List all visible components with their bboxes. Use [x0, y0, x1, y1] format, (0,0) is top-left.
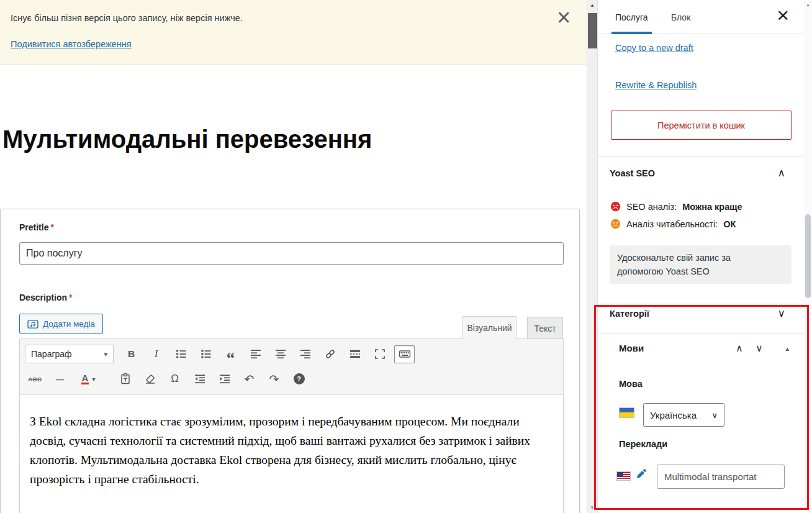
required-asterisk: *	[69, 293, 72, 302]
align-right-icon	[299, 348, 312, 360]
editor-content-area[interactable]: З Ekol складна логістика стає зрозумілим…	[20, 395, 563, 499]
seo-analysis-label: SEO аналіз:	[626, 202, 677, 212]
help-button[interactable]: ?	[289, 370, 309, 388]
numbered-list-icon	[200, 348, 212, 360]
page-title: Мультимодальні перевезення	[2, 125, 372, 153]
clear-formatting-button[interactable]	[140, 370, 160, 388]
us-flag-icon	[616, 471, 631, 481]
outdent-icon	[194, 373, 206, 385]
italic-button[interactable]: I	[146, 345, 166, 363]
redo-button[interactable]: ↷	[264, 370, 284, 388]
tab-block[interactable]: Блок	[667, 0, 694, 34]
sidebar-scrollbar-thumb[interactable]	[805, 214, 811, 298]
keyboard-icon	[399, 348, 411, 360]
media-icon	[27, 319, 38, 330]
text-color-button[interactable]: A▾	[74, 370, 102, 388]
fullscreen-button[interactable]	[369, 345, 390, 363]
pretitle-input[interactable]	[19, 242, 564, 265]
bullet-list-button[interactable]	[171, 345, 191, 363]
translation-input[interactable]	[657, 465, 785, 489]
main-scrollbar-thumb[interactable]	[588, 13, 597, 48]
wordpress-editor-screen: Існує більш пізня версія цього запису, н…	[0, 0, 812, 513]
seo-analysis-row: SEO аналіз: Можна краще	[610, 201, 742, 212]
help-icon: ?	[294, 373, 305, 384]
numbered-list-button[interactable]	[196, 345, 216, 363]
redo-icon: ↷	[269, 372, 279, 386]
paste-as-text-button[interactable]	[115, 370, 135, 388]
readability-row: Аналіз читабельності: ОК	[610, 219, 736, 229]
sad-face-icon	[610, 201, 621, 212]
chevron-up-icon[interactable]: ∧	[778, 166, 785, 179]
divider	[598, 334, 804, 334]
yoast-upsell-text: Удоскональте свій запис за допомогою Yoa…	[617, 251, 757, 278]
bold-button[interactable]: B	[121, 345, 142, 363]
languages-panel-heading[interactable]: Мови	[619, 343, 644, 353]
autosave-notice: Існує більш пізня версія цього запису, н…	[0, 0, 587, 65]
read-more-icon	[349, 348, 361, 360]
yoast-seo-heading[interactable]: Yoast SEO	[610, 168, 655, 178]
toolbar-row-2: ABC — A▾ Ω ↶ ↷ ?	[25, 367, 558, 391]
tab-service[interactable]: Послуга	[611, 0, 652, 34]
move-up-icon[interactable]: ∧	[736, 342, 743, 354]
readability-label: Аналіз читабельності:	[626, 219, 718, 229]
tab-text[interactable]: Текст	[527, 317, 563, 339]
language-label: Мова	[619, 379, 643, 389]
toolbar-row-1: Параграф ▾ B I “	[25, 342, 558, 366]
scroll-down-arrow-icon[interactable]: ▼	[587, 505, 597, 511]
sidebar-tabbar: Послуга Блок ×	[598, 0, 804, 34]
add-media-button[interactable]: Додати медіа	[19, 314, 103, 334]
blockquote-icon: “	[227, 345, 235, 363]
settings-sidebar: Послуга Блок × Copy to a new draft Rewri…	[597, 0, 804, 513]
text-color-icon: A	[81, 373, 89, 385]
sidebar-scrollbar[interactable]: ▲ ▼	[804, 0, 812, 513]
readability-value: ОК	[723, 219, 736, 229]
required-asterisk: *	[50, 222, 53, 232]
clipboard-icon	[119, 373, 132, 385]
link-icon	[324, 348, 336, 360]
edit-pencil-icon[interactable]	[635, 468, 647, 480]
omega-icon: Ω	[171, 373, 179, 385]
indent-button[interactable]	[214, 370, 235, 388]
neutral-face-icon	[610, 219, 621, 229]
paragraph-format-select[interactable]: Параграф ▾	[25, 345, 114, 363]
scroll-up-arrow-icon[interactable]: ▲	[587, 2, 597, 8]
view-autosave-link[interactable]: Подивитися автозбереження	[11, 39, 132, 49]
toolbar-toggle-button[interactable]	[394, 345, 415, 363]
description-label: Description*	[19, 293, 72, 302]
strikethrough-button[interactable]: ABC	[25, 370, 45, 388]
scroll-up-arrow-icon[interactable]: ▲	[804, 2, 812, 7]
collapse-triangle-icon[interactable]: ▴	[785, 345, 789, 353]
rewrite-republish-link[interactable]: Rewrite & Republish	[615, 80, 697, 90]
tab-visual[interactable]: Візуальний	[462, 316, 517, 339]
categories-heading[interactable]: Категорії	[610, 309, 649, 319]
special-character-button[interactable]: Ω	[165, 370, 185, 388]
blockquote-button[interactable]: “	[220, 345, 241, 363]
move-to-trash-button[interactable]: Перемістити в кошик	[611, 111, 792, 140]
chevron-down-icon: ▾	[92, 376, 95, 383]
translations-label: Переклади	[619, 439, 667, 449]
close-sidebar-icon[interactable]: ×	[777, 4, 789, 27]
align-right-button[interactable]	[295, 345, 315, 363]
undo-button[interactable]: ↶	[239, 370, 259, 388]
chevron-down-icon[interactable]: ∨	[778, 307, 785, 320]
editor-paragraph: З Ekol складна логістика стає зрозумілим…	[30, 412, 553, 489]
main-content: Існує більш пізня версія цього запису, н…	[0, 0, 587, 513]
align-center-button[interactable]	[270, 345, 291, 363]
link-button[interactable]	[320, 345, 340, 363]
eraser-icon	[144, 373, 156, 385]
horizontal-rule-button[interactable]: —	[50, 370, 70, 388]
close-icon[interactable]: ×	[557, 5, 571, 31]
copy-to-draft-link[interactable]: Copy to a new draft	[615, 43, 693, 53]
read-more-button[interactable]	[345, 345, 365, 363]
bold-icon: B	[128, 348, 135, 360]
align-left-button[interactable]	[245, 345, 266, 363]
edit-panel: Pretitle* Description* Додати медіа Візу…	[0, 209, 580, 513]
outdent-button[interactable]	[189, 370, 210, 388]
language-select[interactable]: Українська ∨	[643, 403, 724, 427]
scroll-down-arrow-icon[interactable]: ▼	[804, 506, 812, 510]
main-scrollbar[interactable]: ▲ ▼	[587, 0, 597, 513]
move-down-icon[interactable]: ∨	[756, 342, 763, 354]
seo-analysis-value: Можна краще	[682, 202, 742, 212]
notice-message: Існує більш пізня версія цього запису, н…	[11, 13, 243, 23]
pretitle-label-text: Pretitle	[19, 222, 48, 232]
